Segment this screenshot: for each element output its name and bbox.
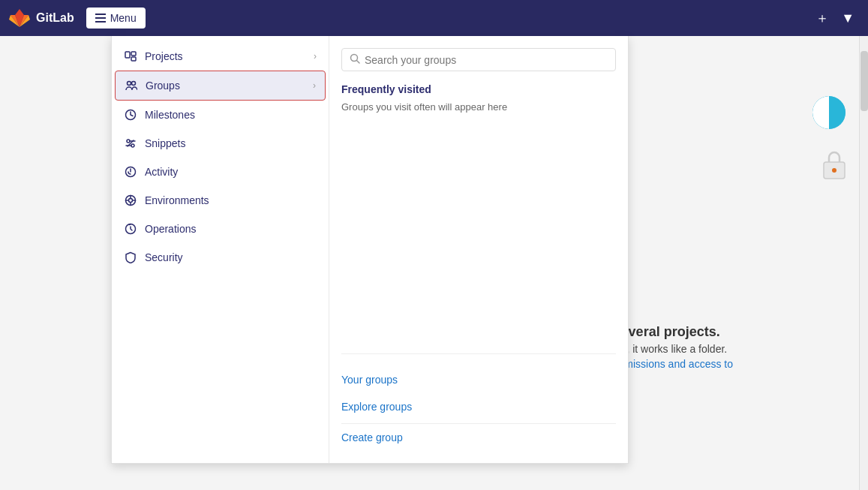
svg-line-16: [357, 61, 360, 64]
sidebar-item-security[interactable]: Security: [112, 243, 329, 272]
frequently-visited-subtitle: Groups you visit often will appear here: [341, 101, 616, 113]
navbar-right: ＋ ▼: [811, 5, 859, 32]
projects-arrow: ›: [314, 51, 317, 62]
bg-link-text: rmissions and access to: [621, 358, 733, 370]
navbar: GitLab Menu ＋ ▼: [0, 0, 868, 36]
operations-label: Operations: [145, 223, 317, 235]
environments-icon: [124, 194, 137, 207]
dropdown-left-panel: Projects › Groups ›: [112, 36, 329, 463]
svg-rect-0: [125, 52, 130, 58]
search-icon: [350, 53, 360, 66]
security-label: Security: [145, 251, 317, 263]
snippets-label: Snippets: [145, 137, 317, 149]
floating-lock: [821, 149, 847, 182]
environments-label: Environments: [145, 194, 317, 206]
operations-icon: [124, 222, 137, 236]
menu-label: Menu: [110, 12, 137, 24]
add-button[interactable]: ＋: [811, 5, 833, 32]
groups-label: Groups: [146, 80, 305, 92]
gitlab-logo: [9, 8, 30, 29]
chevron-down-icon: ▼: [841, 11, 854, 26]
svg-point-4: [132, 82, 136, 86]
sidebar-item-projects[interactable]: Projects ›: [112, 42, 329, 71]
create-group-link[interactable]: Create group: [341, 423, 616, 451]
scrollbar-track[interactable]: [859, 36, 868, 490]
bg-bold-text: everal projects.: [621, 324, 733, 340]
groups-arrow: ›: [313, 80, 316, 91]
dropdown-right-panel: Frequently visited Groups you visit ofte…: [329, 36, 628, 463]
dropdown-overlay: Projects › Groups ›: [111, 36, 629, 464]
svg-point-13: [129, 199, 133, 203]
snippets-icon: [124, 137, 137, 150]
svg-point-18: [832, 168, 836, 173]
dropdown-links: Your groups Explore groups Create group: [341, 353, 616, 451]
sidebar-item-milestones[interactable]: Milestones: [112, 101, 329, 129]
milestones-label: Milestones: [145, 109, 317, 121]
navbar-left: GitLab Menu: [9, 8, 146, 29]
sidebar-item-snippets[interactable]: Snippets: [112, 129, 329, 158]
menu-button[interactable]: Menu: [86, 8, 146, 29]
svg-point-3: [128, 82, 131, 86]
sidebar-item-environments[interactable]: Environments: [112, 186, 329, 215]
activity-label: Activity: [145, 166, 317, 178]
projects-label: Projects: [145, 50, 306, 62]
projects-icon: [124, 50, 137, 63]
search-input[interactable]: [365, 54, 608, 66]
scrollbar-thumb[interactable]: [860, 51, 868, 111]
brand-name: GitLab: [36, 11, 74, 25]
svg-rect-2: [131, 57, 136, 61]
frequently-visited-title: Frequently visited: [341, 83, 616, 95]
main-content: Projects › Groups ›: [0, 36, 868, 490]
security-icon: [124, 251, 137, 264]
background-content: everal projects. p, it works like a fold…: [621, 324, 733, 370]
sidebar-item-activity[interactable]: Activity: [112, 158, 329, 186]
milestones-icon: [124, 108, 137, 122]
search-box[interactable]: [341, 48, 616, 71]
sidebar-item-operations[interactable]: Operations: [112, 215, 329, 243]
groups-icon: [125, 79, 138, 92]
activity-icon: [124, 165, 137, 179]
plus-icon: ＋: [815, 9, 829, 27]
chevron-down-button[interactable]: ▼: [836, 6, 859, 31]
bg-line1: p, it works like a folder.: [621, 343, 733, 355]
your-groups-link[interactable]: Your groups: [341, 366, 616, 393]
hamburger-icon: [95, 14, 106, 23]
sidebar-item-groups[interactable]: Groups ›: [115, 71, 326, 101]
floating-circle: [812, 96, 845, 129]
explore-groups-link[interactable]: Explore groups: [341, 393, 616, 420]
svg-rect-1: [131, 52, 136, 56]
